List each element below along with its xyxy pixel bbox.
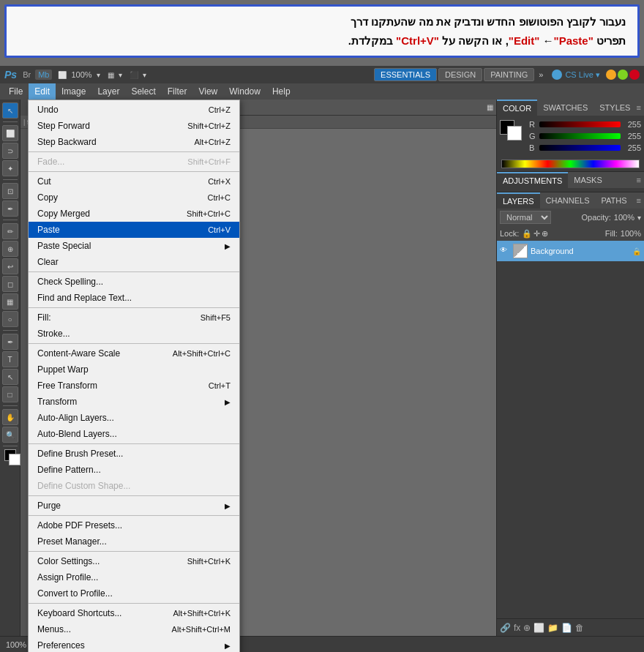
menu-check-spelling[interactable]: Check Spelling... xyxy=(29,274,239,290)
menu-fade[interactable]: Fade... Shift+Ctrl+F xyxy=(29,154,239,170)
menu-filter[interactable]: Filter xyxy=(162,83,193,100)
zoom-arrow[interactable]: ▾ xyxy=(97,71,100,79)
menu-auto-blend[interactable]: Auto-Blend Layers... xyxy=(29,426,239,442)
maximize-btn[interactable] xyxy=(618,70,628,80)
tab-paths[interactable]: PATHS xyxy=(596,192,633,209)
blend-mode-select[interactable]: Normal xyxy=(500,211,551,224)
minimize-btn[interactable] xyxy=(606,70,616,80)
background-swatch[interactable] xyxy=(507,126,522,140)
layers-panel-menu[interactable]: ≡ xyxy=(637,192,644,209)
tool-clone[interactable]: ⊕ xyxy=(2,241,18,257)
bridge-btn[interactable]: Br xyxy=(23,70,31,79)
tab-channels[interactable]: CHANNELS xyxy=(540,192,596,209)
tab-masks[interactable]: MASKS xyxy=(568,172,608,188)
menu-define-brush[interactable]: Define Brush Preset... xyxy=(29,446,239,462)
menu-puppet-warp[interactable]: Puppet Warp xyxy=(29,361,239,378)
trash-icon[interactable]: 🗑 xyxy=(575,623,584,633)
menu-copy-merged[interactable]: Copy Merged Shift+Ctrl+C xyxy=(29,206,239,222)
menu-assign-profile[interactable]: Assign Profile... xyxy=(29,569,239,585)
tool-path-select[interactable]: ↖ xyxy=(2,369,18,385)
tool-history-brush[interactable]: ↩ xyxy=(2,258,18,274)
mini-bridge-btn[interactable]: Mb xyxy=(35,70,52,80)
tab-color[interactable]: COLOR xyxy=(497,100,537,116)
new-layer-icon[interactable]: 📄 xyxy=(561,623,572,633)
fx-icon[interactable]: fx xyxy=(514,623,520,633)
tool-eraser[interactable]: ◻ xyxy=(2,276,18,292)
tool-pen[interactable]: ✒ xyxy=(2,334,18,350)
menu-preferences[interactable]: Preferences ▶ xyxy=(29,637,239,652)
tab-styles[interactable]: STYLES xyxy=(594,100,636,116)
menu-free-transform[interactable]: Free Transform Ctrl+T xyxy=(29,378,239,394)
toolbar-icon-3-arrow[interactable]: ▾ xyxy=(143,71,146,79)
menu-copy[interactable]: Copy Ctrl+C xyxy=(29,190,239,206)
menu-clear[interactable]: Clear xyxy=(29,254,239,270)
tool-marquee[interactable]: ⬜ xyxy=(2,125,18,141)
menu-stroke[interactable]: Stroke... xyxy=(29,326,239,342)
menu-view[interactable]: View xyxy=(192,83,223,100)
tool-move[interactable]: ↖ xyxy=(2,102,18,119)
menu-auto-align[interactable]: Auto-Align Layers... xyxy=(29,410,239,426)
lock-icon-3[interactable]: ⊕ xyxy=(542,229,548,239)
tab-swatches[interactable]: SWATCHES xyxy=(537,100,594,116)
menu-fill[interactable]: Fill: Shift+F5 xyxy=(29,310,239,326)
tool-zoom[interactable]: 🔍 xyxy=(2,427,18,443)
menu-keyboard-shortcuts[interactable]: Keyboard Shortcuts... Alt+Shift+Ctrl+K xyxy=(29,605,239,621)
menu-undo[interactable]: Undo Ctrl+Z xyxy=(29,102,239,118)
workspace-design[interactable]: DESIGN xyxy=(438,68,482,81)
menu-convert-profile[interactable]: Convert to Profile... xyxy=(29,585,239,602)
menu-file[interactable]: File xyxy=(3,83,29,100)
blue-slider[interactable] xyxy=(539,145,621,151)
color-spectrum-bar[interactable] xyxy=(501,160,640,168)
lock-icon-2[interactable]: ✛ xyxy=(533,229,540,239)
menu-edit[interactable]: Edit xyxy=(29,83,56,100)
green-slider[interactable] xyxy=(539,133,621,139)
menu-step-forward[interactable]: Step Forward Shift+Ctrl+Z xyxy=(29,118,239,134)
color-panel-menu[interactable]: ≡ xyxy=(637,100,644,116)
tool-text[interactable]: T xyxy=(2,351,18,367)
menu-image[interactable]: Image xyxy=(56,83,91,100)
menu-help[interactable]: Help xyxy=(266,83,296,100)
menu-cut[interactable]: Cut Ctrl+X xyxy=(29,173,239,190)
tool-hand[interactable]: ✋ xyxy=(2,409,18,425)
menu-menus[interactable]: Menus... Alt+Shift+Ctrl+M xyxy=(29,621,239,637)
foreground-color[interactable] xyxy=(4,449,16,461)
menu-transform[interactable]: Transform ▶ xyxy=(29,394,239,410)
workspace-painting[interactable]: PAINTING xyxy=(484,68,534,81)
more-workspaces[interactable]: » xyxy=(536,70,546,79)
tool-eyedropper[interactable]: ✒ xyxy=(2,201,18,217)
menu-define-custom-shape[interactable]: Define Custom Shape... xyxy=(29,478,239,494)
arrange-docs-icon[interactable]: ▦ xyxy=(487,103,493,111)
menu-color-settings[interactable]: Color Settings... Shift+Ctrl+K xyxy=(29,553,239,569)
tool-magic-wand[interactable]: ✦ xyxy=(2,160,18,176)
link-icon[interactable]: 🔗 xyxy=(500,623,511,633)
layer-background-row[interactable]: 👁 Background 🔒 xyxy=(497,241,644,261)
layer-visibility-eye[interactable]: 👁 xyxy=(500,246,510,256)
menu-paste[interactable]: Paste Ctrl+V xyxy=(29,222,239,238)
tool-gradient[interactable]: ▦ xyxy=(2,293,18,310)
folder-icon[interactable]: 📁 xyxy=(547,623,558,633)
tool-crop[interactable]: ⊡ xyxy=(2,183,18,199)
background-color[interactable] xyxy=(9,454,20,465)
red-slider[interactable] xyxy=(539,121,621,127)
adj-panel-menu[interactable]: ≡ xyxy=(637,172,644,188)
mask-icon[interactable]: ⬜ xyxy=(533,623,544,633)
menu-find-replace[interactable]: Find and Replace Text... xyxy=(29,290,239,306)
menu-purge[interactable]: Purge ▶ xyxy=(29,498,239,514)
toolbar-icon-2[interactable]: ▦ xyxy=(108,71,114,79)
lock-icon-1[interactable]: 🔒 xyxy=(522,229,532,239)
menu-layer[interactable]: Layer xyxy=(91,83,125,100)
zoom-display[interactable]: 100% xyxy=(71,70,91,79)
cs-live-btn[interactable]: CS Live ▾ xyxy=(565,70,600,80)
close-btn[interactable] xyxy=(629,70,640,80)
new-fill-icon[interactable]: ⊕ xyxy=(523,623,531,633)
tab-adjustments[interactable]: ADJUSTMENTS xyxy=(497,172,568,188)
toolbar-icon-3[interactable]: ⬛ xyxy=(130,71,138,79)
menu-adobe-pdf[interactable]: Adobe PDF Presets... xyxy=(29,517,239,533)
toolbar-icon-1[interactable]: ⬜ xyxy=(58,71,67,79)
opacity-value[interactable]: 100% xyxy=(614,213,634,222)
workspace-essentials[interactable]: ESSENTIALS xyxy=(374,68,437,81)
menu-step-backward[interactable]: Step Backward Alt+Ctrl+Z xyxy=(29,134,239,150)
menu-define-pattern[interactable]: Define Pattern... xyxy=(29,462,239,478)
opacity-arrow[interactable]: ▾ xyxy=(637,214,641,222)
toolbar-icon-arrow[interactable]: ▾ xyxy=(119,71,122,79)
